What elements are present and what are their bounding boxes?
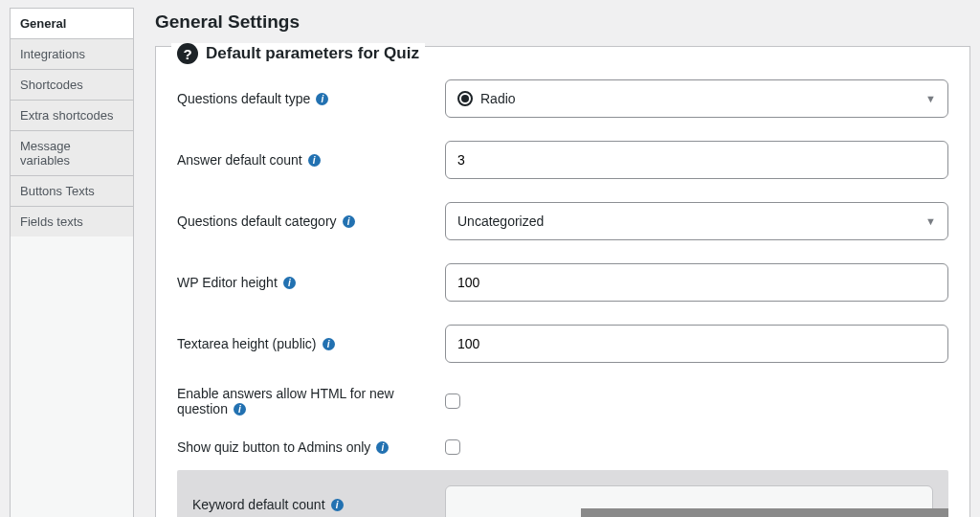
radio-icon <box>457 91 473 106</box>
info-icon[interactable]: i <box>234 403 246 416</box>
label-allow-html-line1: Enable answers allow HTML for new <box>177 386 394 401</box>
input-textarea-height[interactable] <box>445 325 948 363</box>
tab-integrations[interactable]: Integrations <box>11 39 133 70</box>
label-admins-only: Show quiz button to Admins only <box>177 439 370 455</box>
tab-buttons-texts[interactable]: Buttons Texts <box>11 176 133 207</box>
tab-fields-texts[interactable]: Fields texts <box>11 207 133 236</box>
page-title: General Settings <box>155 8 970 46</box>
tab-shortcodes[interactable]: Shortcodes <box>11 70 133 101</box>
checkbox-admins-only[interactable] <box>445 439 460 455</box>
tab-extra-shortcodes[interactable]: Extra shortcodes <box>11 101 133 131</box>
help-icon[interactable]: ? <box>177 43 198 64</box>
tab-general[interactable]: General <box>11 9 133 39</box>
label-question-type: Questions default type <box>177 91 310 106</box>
input-answer-count[interactable] <box>445 141 948 179</box>
label-question-category: Questions default category <box>177 214 337 229</box>
select-question-type-value: Radio <box>480 91 516 106</box>
panel-legend: Default parameters for Quiz <box>206 44 419 63</box>
settings-tabs: General Integrations Shortcodes Extra sh… <box>10 8 134 517</box>
panel-default-parameters: ? Default parameters for Quiz Questions … <box>155 46 970 517</box>
select-question-category[interactable]: Uncategorized ▼ <box>445 202 948 240</box>
info-icon[interactable]: i <box>283 277 296 289</box>
chevron-down-icon: ▼ <box>925 93 936 104</box>
input-wp-editor-height[interactable] <box>445 263 948 302</box>
select-question-type[interactable]: Radio ▼ <box>445 79 948 118</box>
label-textarea-height: Textarea height (public) <box>177 336 317 351</box>
label-allow-html-line2: question <box>177 401 228 416</box>
info-icon[interactable]: i <box>376 441 389 454</box>
info-icon[interactable]: i <box>316 93 328 105</box>
chevron-down-icon: ▼ <box>925 215 936 227</box>
tab-message-variables[interactable]: Message variables <box>11 131 133 176</box>
label-answer-count: Answer default count <box>177 152 302 168</box>
info-icon[interactable]: i <box>343 215 355 228</box>
info-icon[interactable]: i <box>308 154 321 167</box>
info-icon[interactable]: i <box>331 499 344 511</box>
select-question-category-value: Uncategorized <box>457 214 544 229</box>
label-keyword-count: Keyword default count <box>192 497 325 512</box>
pro-locked-block: Keyword default count i This feature is … <box>177 470 948 517</box>
label-wp-editor-height: WP Editor height <box>177 275 278 290</box>
pro-banner[interactable]: This feature is available only in PRO ve… <box>581 508 948 517</box>
info-icon[interactable]: i <box>323 338 335 350</box>
checkbox-allow-html[interactable] <box>445 393 460 409</box>
